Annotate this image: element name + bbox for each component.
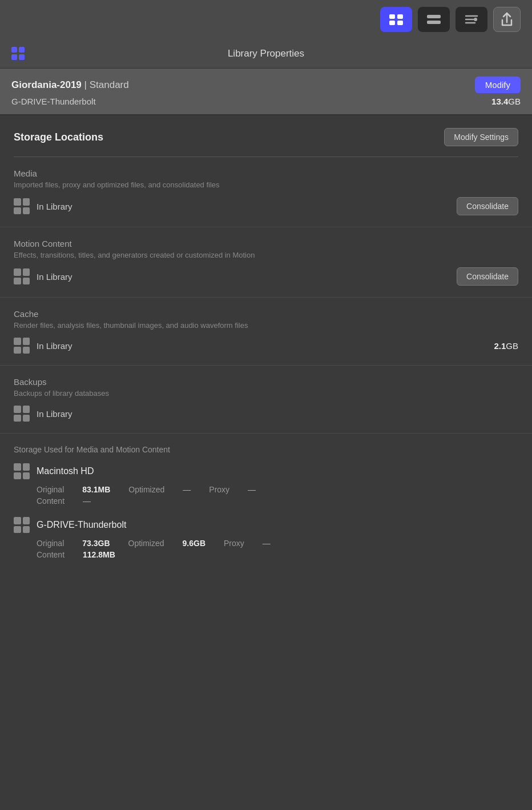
share-button[interactable] xyxy=(493,7,521,32)
grid-view-button[interactable] xyxy=(380,7,412,32)
motion-content-row: Motion Content Effects, transitions, tit… xyxy=(0,227,532,298)
macintosh-proxy-value: — xyxy=(248,485,256,494)
gdrive-proxy-label: Proxy xyxy=(224,539,244,548)
cache-desc: Render files, analysis files, thumbnail … xyxy=(14,321,518,330)
media-row: Media Imported files, proxy and optimize… xyxy=(0,157,532,227)
media-location-text: In Library xyxy=(37,202,72,211)
gdrive-content-value: 112.8MB xyxy=(83,550,115,559)
app-logo xyxy=(11,47,25,60)
gdrive-original-label: Original xyxy=(37,539,64,548)
library-size: 13.4GB xyxy=(491,97,521,106)
macintosh-optimized-label: Optimized xyxy=(128,485,164,494)
macintosh-content-label: Content xyxy=(37,496,65,506)
gdrive-content-label: Content xyxy=(37,550,65,559)
motion-location-icon xyxy=(14,268,30,284)
drive-macintosh-icon xyxy=(14,463,30,479)
cache-row: Cache Render files, analysis files, thum… xyxy=(0,298,532,366)
drive-macintosh-hd: Macintosh HD Original 83.1MB Optimized —… xyxy=(14,463,518,506)
macintosh-optimized-value: — xyxy=(183,485,191,494)
motion-location-text: In Library xyxy=(37,272,72,282)
storage-used-title: Storage Used for Media and Motion Conten… xyxy=(14,445,518,454)
main-content: Storage Locations Modify Settings Media … xyxy=(0,115,532,582)
svg-rect-0 xyxy=(389,14,395,19)
media-desc: Imported files, proxy and optimized file… xyxy=(14,181,518,189)
page-title: Library Properties xyxy=(228,48,304,59)
media-title: Media xyxy=(14,169,518,178)
header-bar: Library Properties xyxy=(0,39,532,69)
gdrive-optimized-label: Optimized xyxy=(128,539,164,548)
svg-rect-3 xyxy=(397,21,403,25)
media-consolidate-button[interactable]: Consolidate xyxy=(457,197,518,215)
cache-location-text: In Library xyxy=(37,341,72,351)
gdrive-optimized-value: 9.6GB xyxy=(183,539,205,548)
macintosh-hd-name: Macintosh HD xyxy=(37,466,94,476)
svg-point-9 xyxy=(474,18,477,21)
motion-consolidate-button[interactable]: Consolidate xyxy=(457,267,518,286)
motion-content-desc: Effects, transitions, titles, and genera… xyxy=(14,251,518,259)
library-drive: G-DRIVE-Thunderbolt xyxy=(11,97,96,106)
svg-rect-2 xyxy=(389,21,395,25)
gdrive-thunderbolt-name: G-DRIVE-Thunderbolt xyxy=(37,520,126,530)
macintosh-proxy-label: Proxy xyxy=(209,485,229,494)
backups-desc: Backups of library databases xyxy=(14,389,518,398)
list-view-button[interactable] xyxy=(418,7,450,32)
svg-rect-1 xyxy=(397,14,403,19)
svg-rect-5 xyxy=(427,21,441,24)
macintosh-original-label: Original xyxy=(37,485,64,494)
backups-location-icon xyxy=(14,406,30,422)
backups-row: Backups Backups of library databases In … xyxy=(0,366,532,434)
cache-size: 2.1GB xyxy=(494,341,518,351)
cache-title: Cache xyxy=(14,309,518,319)
storage-used-section: Storage Used for Media and Motion Conten… xyxy=(0,434,532,582)
motion-content-title: Motion Content xyxy=(14,239,518,248)
macintosh-content-value: — xyxy=(83,496,91,506)
toolbar xyxy=(0,0,532,39)
backups-title: Backups xyxy=(14,377,518,387)
storage-locations-header: Storage Locations Modify Settings xyxy=(0,115,532,157)
media-location-icon xyxy=(14,198,30,214)
gdrive-original-value: 73.3GB xyxy=(82,539,110,548)
library-info: Giordania-2019 | Standard Modify G-DRIVE… xyxy=(0,69,532,115)
storage-locations-title: Storage Locations xyxy=(14,131,103,143)
drive-gdrive-thunderbolt: G-DRIVE-Thunderbolt Original 73.3GB Opti… xyxy=(14,517,518,559)
gdrive-proxy-value: — xyxy=(263,539,271,548)
modify-library-button[interactable]: Modify xyxy=(475,77,521,93)
modify-settings-button[interactable]: Modify Settings xyxy=(444,128,518,146)
drive-gdrive-icon xyxy=(14,517,30,533)
macintosh-original-value: 83.1MB xyxy=(82,485,110,494)
library-name: Giordania-2019 | Standard xyxy=(11,79,129,91)
svg-rect-4 xyxy=(427,15,441,18)
backups-location-text: In Library xyxy=(37,409,72,419)
filter-view-button[interactable] xyxy=(456,7,487,32)
cache-location-icon xyxy=(14,338,30,354)
